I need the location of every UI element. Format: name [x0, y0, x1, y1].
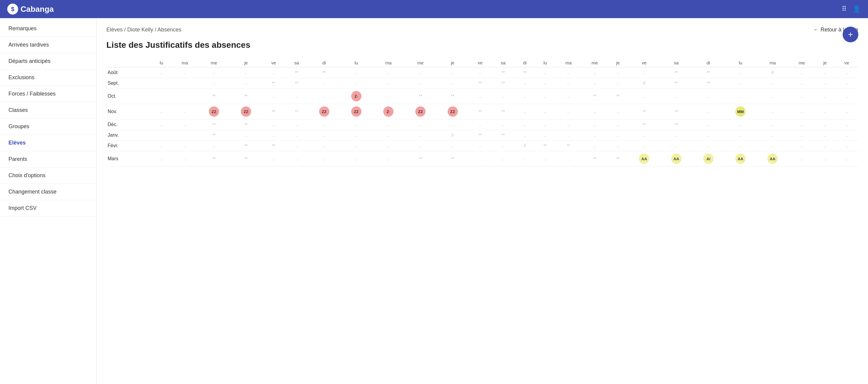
cell-badge-pink[interactable]: ZZ: [241, 107, 251, 117]
cell-badge-pink[interactable]: ZZ: [209, 107, 219, 117]
cell-value: ..: [387, 81, 390, 86]
cell-value: ..: [594, 81, 596, 86]
cell-badge-light-yellow[interactable]: AA: [735, 154, 746, 164]
calendar-cell: ..: [788, 151, 815, 167]
day-header-21: di: [692, 58, 724, 67]
cell-value: **: [419, 156, 422, 161]
calendar-cell: [172, 78, 198, 89]
cell-badge-pink[interactable]: ZZ: [415, 107, 426, 117]
calendar-cell: ..: [172, 119, 198, 130]
calendar-cell: ..: [515, 104, 535, 119]
calendar-cell: ..: [230, 78, 262, 89]
calendar-cell: **: [308, 67, 340, 78]
calendar-cell: **: [492, 78, 515, 89]
month-label: Janv.: [106, 130, 151, 141]
calendar-cell: ..: [469, 151, 492, 167]
cell-value: ..: [296, 143, 298, 148]
cell-badge-light-yellow[interactable]: AA: [767, 154, 778, 164]
cell-value: ..: [452, 122, 454, 127]
calendar-cell[interactable]: AA: [724, 151, 756, 167]
calendar-cell[interactable]: ZZ: [308, 104, 340, 119]
sidebar-item-eleves[interactable]: Elèves: [0, 135, 96, 151]
calendar-cell[interactable]: Z·: [340, 89, 372, 104]
sidebar-item-arrivees[interactable]: Arrivées tardives: [0, 37, 96, 53]
add-button[interactable]: +: [843, 27, 858, 42]
cell-value: ..: [502, 122, 504, 127]
calendar-cell[interactable]: MM: [724, 104, 756, 119]
calendar-cell: ..: [372, 119, 404, 130]
calendar-cell: ..: [724, 119, 756, 130]
calendar-cell: ..: [608, 130, 628, 141]
calendar-cell[interactable]: ZZ: [340, 104, 372, 119]
sidebar-item-changement[interactable]: Changement classe: [0, 184, 96, 200]
calendar-cell: ..: [340, 151, 372, 167]
cell-value: ..: [594, 109, 596, 114]
grid-icon[interactable]: ⠿: [842, 5, 846, 13]
cell-value: ..: [479, 122, 482, 127]
cell-badge-pink[interactable]: ZZ: [447, 107, 458, 117]
cell-badge-pink[interactable]: Z·: [351, 91, 362, 101]
sidebar-item-choix[interactable]: Choix d'options: [0, 168, 96, 184]
calendar-cell[interactable]: ZZ: [436, 104, 468, 119]
table-row: Nov.....ZZZZ****ZZZZZ·ZZZZ****..........…: [106, 104, 858, 119]
sidebar-item-forces[interactable]: Forces / Faiblesses: [0, 86, 96, 102]
calendar-cell[interactable]: AA: [756, 151, 788, 167]
cell-value: ..: [452, 70, 454, 75]
calendar-cell[interactable]: ZZ: [404, 104, 436, 119]
calendar-cell: ..: [835, 78, 858, 89]
calendar-cell: ..: [556, 89, 582, 104]
calendar-cell: ..: [172, 141, 198, 151]
sidebar: Remarques Arrivées tardives Départs anti…: [0, 18, 97, 384]
cell-value: **: [478, 133, 482, 138]
sidebar-item-remarques[interactable]: Remarques: [0, 21, 96, 37]
calendar-cell: ..: [308, 89, 340, 104]
calendar-cell[interactable]: ZZ: [230, 104, 262, 119]
cell-badge-yellow[interactable]: MM: [735, 107, 746, 117]
calendar-cell: ..: [262, 151, 285, 167]
calendar-table: lu ma me je ve sa di lu ma me je ve sa d…: [106, 58, 858, 167]
cell-value: ..: [771, 143, 774, 148]
calendar-cell[interactable]: A/: [692, 151, 724, 167]
cell-value: ..: [323, 122, 326, 127]
calendar-cell: ..: [151, 119, 172, 130]
calendar-cell: ..: [308, 119, 340, 130]
calendar-cell: **: [608, 89, 628, 104]
calendar-cell[interactable]: AA: [660, 151, 692, 167]
user-icon[interactable]: 👤: [852, 5, 861, 13]
cell-value: ..: [160, 109, 163, 114]
cell-value: **: [675, 122, 678, 127]
calendar-cell[interactable]: Z·: [372, 104, 404, 119]
calendar-cell: ..: [835, 151, 858, 167]
cell-value: ..: [502, 156, 504, 161]
cell-value: ..: [617, 143, 619, 148]
calendar-cell: ..: [582, 67, 608, 78]
sidebar-item-parents[interactable]: Parents: [0, 151, 96, 168]
calendar-cell: ..: [815, 141, 835, 151]
sidebar-item-groupes[interactable]: Groupes: [0, 119, 96, 135]
sidebar-item-departs[interactable]: Départs anticipés: [0, 53, 96, 69]
calendar-cell: ..: [404, 130, 436, 141]
cell-value: ..: [524, 81, 526, 86]
cell-badge-pink[interactable]: ZZ: [351, 107, 362, 117]
cell-badge-light-yellow[interactable]: AA: [671, 154, 682, 164]
cell-badge-pink[interactable]: ZZ: [319, 107, 330, 117]
cell-value: ..: [544, 133, 547, 138]
day-header-10: me: [404, 58, 436, 67]
cell-value: ..: [544, 156, 547, 161]
sidebar-item-import[interactable]: Import CSV: [0, 200, 96, 216]
cell-badge-pink[interactable]: Z·: [383, 107, 394, 117]
calendar-cell[interactable]: ZZ: [198, 104, 230, 119]
cell-value: **: [212, 156, 216, 161]
sidebar-item-classes[interactable]: Classes: [0, 102, 96, 119]
cell-value: ..: [452, 81, 454, 86]
cell-value: ..: [419, 81, 422, 86]
cell-value: ..: [323, 143, 326, 148]
calendar-cell: ..: [469, 67, 492, 78]
cell-value: ..: [387, 122, 390, 127]
cell-badge-light-yellow[interactable]: AA: [639, 154, 649, 164]
cell-value: ..: [771, 81, 774, 86]
calendar-cell[interactable]: AA: [628, 151, 660, 167]
cell-value: **: [451, 94, 454, 98]
sidebar-item-exclusions[interactable]: Exclusions: [0, 69, 96, 86]
cell-badge-light-yellow[interactable]: A/: [703, 154, 714, 164]
